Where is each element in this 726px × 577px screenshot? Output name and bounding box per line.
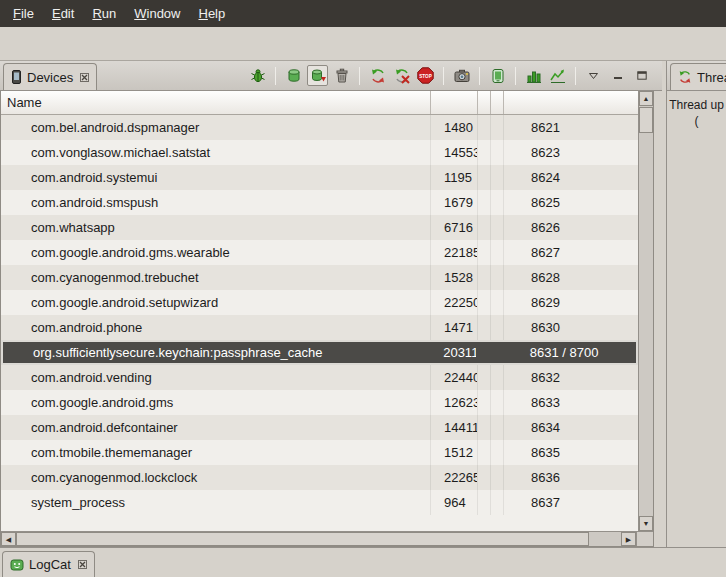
cell-port: 8628 xyxy=(504,265,638,290)
toolbar-separator xyxy=(275,67,276,85)
table-row[interactable]: com.google.android.setupwizard 22250 862… xyxy=(1,290,638,315)
table-row[interactable]: system_process 964 8637 xyxy=(1,490,638,515)
dump-hprof-icon[interactable] xyxy=(307,65,328,86)
cell-name: com.android.smspush xyxy=(1,190,431,215)
cell-c3 xyxy=(478,115,491,140)
menu-run[interactable]: Run xyxy=(83,2,125,25)
table-row[interactable]: com.whatsapp 6716 8626 xyxy=(1,215,638,240)
menu-help[interactable]: Help xyxy=(189,2,234,25)
scroll-right-icon[interactable]: ▶ xyxy=(621,532,636,546)
cell-name: com.vonglasow.michael.satstat xyxy=(1,140,431,165)
table-row[interactable]: com.google.android.gms 12623 8633 xyxy=(1,390,638,415)
cell-c3 xyxy=(478,190,491,215)
menu-window[interactable]: Window xyxy=(125,2,189,25)
table-row[interactable]: com.cyanogenmod.trebuchet 1528 8628 xyxy=(1,265,638,290)
toolbar-separator xyxy=(359,67,360,85)
table-row[interactable]: com.cyanogenmod.lockclock 22265 8636 xyxy=(1,465,638,490)
close-icon[interactable] xyxy=(80,73,89,82)
tab-threads[interactable]: Threads xyxy=(670,63,726,90)
table-row[interactable]: com.android.defcontainer 14411 8634 xyxy=(1,415,638,440)
tab-threads-label: Threads xyxy=(697,70,726,85)
main-area: Devices xyxy=(0,61,726,547)
bar-chart-icon[interactable] xyxy=(523,65,544,86)
table-row[interactable]: com.android.phone 1471 8630 xyxy=(1,315,638,340)
garbage-collect-icon[interactable] xyxy=(331,65,352,86)
table-row[interactable]: com.android.vending 22440 8632 xyxy=(1,365,638,390)
cell-c3 xyxy=(478,365,491,390)
cell-c3 xyxy=(478,265,491,290)
table-row[interactable]: com.android.smspush 1679 8625 xyxy=(1,190,638,215)
logcat-icon xyxy=(10,558,24,572)
tab-logcat[interactable]: LogCat xyxy=(2,551,95,577)
cell-c3 xyxy=(478,465,491,490)
column-header-c4[interactable] xyxy=(491,91,504,114)
cell-port: 8621 xyxy=(504,115,638,140)
maximize-icon[interactable] xyxy=(631,65,652,86)
cell-port: 8623 xyxy=(504,140,638,165)
table-row[interactable]: com.tmobile.thememanager 1512 8635 xyxy=(1,440,638,465)
cell-name: com.android.defcontainer xyxy=(1,415,431,440)
column-header-c3[interactable] xyxy=(478,91,491,114)
tab-devices[interactable]: Devices xyxy=(3,63,97,90)
cell-pid: 964 xyxy=(431,490,478,515)
screen-capture-icon[interactable] xyxy=(451,65,472,86)
cell-name: com.google.android.gms xyxy=(1,390,431,415)
column-header-name[interactable]: Name xyxy=(1,91,431,114)
stop-icon[interactable]: STOP xyxy=(415,65,436,86)
table-row[interactable]: com.bel.android.dspmanager 1480 8621 xyxy=(1,115,638,140)
vertical-scroll-thumb[interactable] xyxy=(639,107,653,133)
vertical-scrollbar[interactable]: ▲ ▼ xyxy=(638,91,653,531)
menu-file[interactable]: File xyxy=(4,2,43,25)
cell-pid: 1528 xyxy=(431,265,478,290)
cell-c4 xyxy=(491,315,504,340)
threads-icon xyxy=(678,70,692,84)
cell-port: 8625 xyxy=(504,190,638,215)
scroll-left-icon[interactable]: ◀ xyxy=(1,532,16,546)
threads-message-line1: Thread up xyxy=(667,97,726,113)
scroll-down-icon[interactable]: ▼ xyxy=(639,516,653,531)
column-header-port[interactable] xyxy=(504,91,638,114)
horizontal-scroll-track[interactable] xyxy=(589,532,621,546)
column-header-pid[interactable] xyxy=(431,91,478,114)
bottom-tab-strip: LogCat xyxy=(0,547,726,577)
cell-pid: 1471 xyxy=(431,315,478,340)
menu-edit[interactable]: Edit xyxy=(43,2,83,25)
threads-message-line2: ( xyxy=(667,113,726,129)
cell-pid: 20311 xyxy=(430,342,477,363)
vertical-scroll-track[interactable] xyxy=(639,133,653,516)
update-threads-icon[interactable] xyxy=(367,65,388,86)
cell-name: com.tmobile.thememanager xyxy=(1,440,431,465)
cell-pid: 22440 xyxy=(431,365,478,390)
cell-pid: 14411 xyxy=(431,415,478,440)
table-row[interactable]: org.sufficientlysecure.keychain:passphra… xyxy=(1,340,638,365)
cell-name: com.bel.android.dspmanager xyxy=(1,115,431,140)
horizontal-scroll-thumb[interactable] xyxy=(16,532,589,546)
table-row[interactable]: com.vonglasow.michael.satstat 14553 8623 xyxy=(1,140,638,165)
cell-name: com.android.vending xyxy=(1,365,431,390)
cell-port: 8634 xyxy=(504,415,638,440)
cell-c4 xyxy=(491,290,504,315)
cell-c3 xyxy=(478,290,491,315)
stop-profiling-icon[interactable] xyxy=(391,65,412,86)
scroll-up-icon[interactable]: ▲ xyxy=(639,91,653,106)
menu-bar: File Edit Run Window Help xyxy=(0,0,726,27)
threads-message: Thread up ( xyxy=(667,91,726,129)
horizontal-scrollbar[interactable]: ◀ ▶ xyxy=(1,532,636,546)
table-row[interactable]: com.android.systemui 1195 8624 xyxy=(1,165,638,190)
cell-pid: 1480 xyxy=(431,115,478,140)
close-icon[interactable] xyxy=(78,560,87,569)
line-chart-icon[interactable] xyxy=(547,65,568,86)
update-heap-icon[interactable] xyxy=(283,65,304,86)
view-hierarchy-icon[interactable] xyxy=(487,65,508,86)
cell-c4 xyxy=(491,465,504,490)
cell-c4 xyxy=(491,115,504,140)
minimize-icon[interactable] xyxy=(607,65,628,86)
toolbar-separator xyxy=(515,67,516,85)
cell-c3 xyxy=(478,140,491,165)
debug-attach-icon[interactable] xyxy=(247,65,268,86)
devices-toolbar: STOP xyxy=(247,61,662,90)
table-row[interactable]: com.google.android.gms.wearable 22185 86… xyxy=(1,240,638,265)
cell-c3 xyxy=(478,165,491,190)
device-icon xyxy=(11,70,22,84)
view-menu-icon[interactable] xyxy=(583,65,604,86)
